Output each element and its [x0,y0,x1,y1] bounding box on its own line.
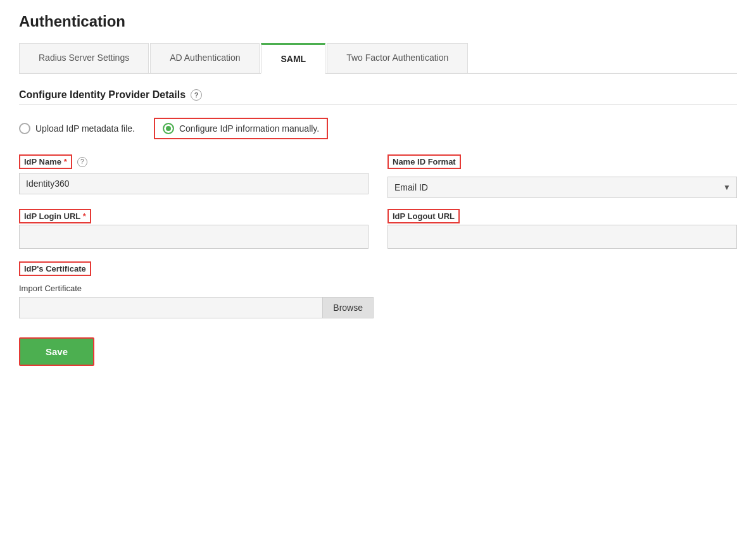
form-group-name-id-format: Name ID Format Email ID Unspecified Pers… [387,154,737,198]
tab-radius[interactable]: Radius Server Settings [19,43,149,73]
name-id-format-label: Name ID Format [387,154,461,169]
required-star-login: * [83,211,86,221]
radio-upload-circle [19,123,30,134]
idp-logout-url-input[interactable] [387,225,737,249]
tab-bar: Radius Server Settings AD Authentication… [19,43,737,74]
browse-button[interactable]: Browse [322,297,374,318]
form-row-2: IdP Login URL * IdP Logout URL [19,211,737,249]
name-id-format-select[interactable]: Email ID Unspecified Persistent Transien… [387,177,737,198]
page-title: Authentication [19,13,737,30]
idp-name-help-icon[interactable]: ? [77,157,87,167]
save-button[interactable]: Save [19,337,94,366]
idp-name-label: IdP Name * [19,154,72,169]
form-group-idp-name: IdP Name * ? [19,154,369,198]
idp-certificate-label: IdP's Certificate [19,261,91,276]
form-group-idp-logout-url: IdP Logout URL [387,211,737,249]
section-title-configure: Configure Identity Provider Details ? [19,89,737,101]
tab-saml[interactable]: SAML [261,43,325,74]
form-group-idp-login-url: IdP Login URL * [19,211,369,249]
file-input-wrapper: Browse [19,297,374,318]
section-divider [19,104,737,105]
radio-upload-label: Upload IdP metadata file. [35,123,135,134]
radio-group-idp-mode: Upload IdP metadata file. Configure IdP … [19,118,737,139]
import-certificate-label: Import Certificate [19,284,737,293]
radio-manual-label: Configure IdP information manually. [179,123,319,134]
idp-login-url-input[interactable] [19,225,369,249]
idp-login-url-label: IdP Login URL * [19,209,91,223]
tab-ad[interactable]: AD Authentication [150,43,260,73]
radio-manual-option[interactable]: Configure IdP information manually. [154,118,328,139]
certificate-file-input[interactable] [19,297,322,318]
required-star-idp-name: * [64,157,67,166]
form-row-1: IdP Name * ? Name ID Format Email ID Uns… [19,154,737,198]
radio-manual-circle [163,123,174,134]
idp-name-input[interactable] [19,173,369,194]
idp-logout-url-label: IdP Logout URL [387,209,460,223]
tab-tfa[interactable]: Two Factor Authentication [327,43,468,73]
radio-upload-metadata[interactable]: Upload IdP metadata file. [19,123,135,134]
certificate-section: IdP's Certificate Import Certificate Bro… [19,261,737,318]
section-help-icon[interactable]: ? [191,89,202,101]
name-id-format-select-wrapper: Email ID Unspecified Persistent Transien… [387,177,737,198]
